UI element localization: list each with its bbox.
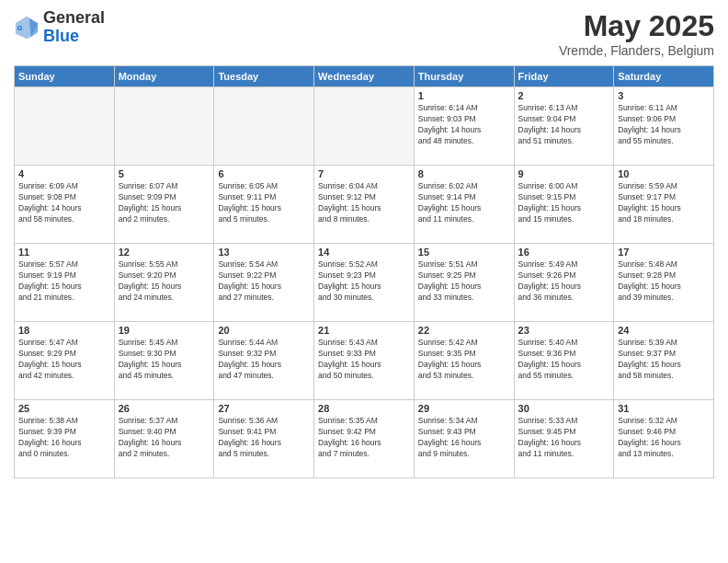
day-number: 9	[518, 168, 610, 179]
day-number: 28	[318, 403, 410, 414]
calendar-cell: 9Sunrise: 6:00 AM Sunset: 9:15 PM Daylig…	[514, 166, 614, 244]
day-info: Sunrise: 5:33 AM Sunset: 9:45 PM Dayligh…	[518, 416, 610, 460]
calendar: SundayMondayTuesdayWednesdayThursdayFrid…	[14, 65, 714, 478]
day-info: Sunrise: 6:05 AM Sunset: 9:11 PM Dayligh…	[218, 181, 310, 225]
logo-general: General	[43, 8, 105, 27]
day-number: 25	[18, 403, 110, 414]
day-number: 8	[418, 168, 510, 179]
calendar-cell: 11Sunrise: 5:57 AM Sunset: 9:19 PM Dayli…	[15, 244, 115, 322]
month-title: May 2025	[559, 9, 714, 43]
day-number: 11	[18, 247, 110, 258]
weekday-header-thursday: Thursday	[414, 66, 514, 87]
calendar-cell: 21Sunrise: 5:43 AM Sunset: 9:33 PM Dayli…	[314, 322, 415, 400]
day-info: Sunrise: 6:11 AM Sunset: 9:06 PM Dayligh…	[618, 103, 710, 147]
day-info: Sunrise: 5:36 AM Sunset: 9:41 PM Dayligh…	[218, 416, 310, 460]
day-info: Sunrise: 6:07 AM Sunset: 9:09 PM Dayligh…	[119, 181, 210, 225]
calendar-cell: 25Sunrise: 5:38 AM Sunset: 9:39 PM Dayli…	[15, 400, 115, 478]
calendar-cell: 4Sunrise: 6:09 AM Sunset: 9:08 PM Daylig…	[15, 166, 115, 244]
weekday-header-saturday: Saturday	[614, 66, 714, 87]
day-info: Sunrise: 6:00 AM Sunset: 9:15 PM Dayligh…	[518, 181, 610, 225]
week-row-5: 25Sunrise: 5:38 AM Sunset: 9:39 PM Dayli…	[15, 400, 714, 478]
week-row-3: 11Sunrise: 5:57 AM Sunset: 9:19 PM Dayli…	[15, 244, 714, 322]
calendar-cell: 10Sunrise: 5:59 AM Sunset: 9:17 PM Dayli…	[614, 166, 714, 244]
day-info: Sunrise: 5:38 AM Sunset: 9:39 PM Dayligh…	[18, 416, 110, 460]
week-row-1: 1Sunrise: 6:14 AM Sunset: 9:03 PM Daylig…	[15, 87, 714, 166]
calendar-cell: 8Sunrise: 6:02 AM Sunset: 9:14 PM Daylig…	[414, 166, 514, 244]
title-block: May 2025 Vremde, Flanders, Belgium	[559, 9, 714, 58]
day-number: 16	[518, 247, 610, 258]
calendar-cell: 15Sunrise: 5:51 AM Sunset: 9:25 PM Dayli…	[414, 244, 514, 322]
calendar-cell: 30Sunrise: 5:33 AM Sunset: 9:45 PM Dayli…	[514, 400, 614, 478]
day-info: Sunrise: 5:59 AM Sunset: 9:17 PM Dayligh…	[618, 181, 710, 225]
calendar-cell	[15, 87, 115, 166]
calendar-cell: 20Sunrise: 5:44 AM Sunset: 9:32 PM Dayli…	[214, 322, 314, 400]
day-number: 18	[18, 325, 110, 336]
calendar-cell: 29Sunrise: 5:34 AM Sunset: 9:43 PM Dayli…	[414, 400, 514, 478]
calendar-cell	[214, 87, 314, 166]
weekday-header-sunday: Sunday	[15, 66, 115, 87]
day-number: 21	[318, 325, 410, 336]
day-info: Sunrise: 5:42 AM Sunset: 9:35 PM Dayligh…	[418, 338, 510, 382]
weekday-header-row: SundayMondayTuesdayWednesdayThursdayFrid…	[15, 66, 714, 87]
calendar-cell: 23Sunrise: 5:40 AM Sunset: 9:36 PM Dayli…	[514, 322, 614, 400]
day-info: Sunrise: 6:02 AM Sunset: 9:14 PM Dayligh…	[418, 181, 510, 225]
day-number: 19	[119, 325, 210, 336]
day-info: Sunrise: 5:34 AM Sunset: 9:43 PM Dayligh…	[418, 416, 510, 460]
calendar-cell: 2Sunrise: 6:13 AM Sunset: 9:04 PM Daylig…	[514, 87, 614, 166]
day-info: Sunrise: 6:14 AM Sunset: 9:03 PM Dayligh…	[418, 103, 510, 147]
calendar-cell: 22Sunrise: 5:42 AM Sunset: 9:35 PM Dayli…	[414, 322, 514, 400]
day-number: 5	[119, 168, 210, 179]
day-info: Sunrise: 5:47 AM Sunset: 9:29 PM Dayligh…	[18, 338, 110, 382]
day-number: 17	[618, 247, 710, 258]
logo-text-block: General Blue	[43, 9, 105, 46]
calendar-cell: 6Sunrise: 6:05 AM Sunset: 9:11 PM Daylig…	[214, 166, 314, 244]
day-info: Sunrise: 5:45 AM Sunset: 9:30 PM Dayligh…	[119, 338, 210, 382]
page: G General Blue May 2025 Vremde, Flanders…	[0, 0, 728, 563]
weekday-header-friday: Friday	[514, 66, 614, 87]
calendar-cell: 14Sunrise: 5:52 AM Sunset: 9:23 PM Dayli…	[314, 244, 415, 322]
logo-text: General Blue	[43, 9, 105, 46]
day-info: Sunrise: 5:49 AM Sunset: 9:26 PM Dayligh…	[518, 259, 610, 304]
calendar-cell: 19Sunrise: 5:45 AM Sunset: 9:30 PM Dayli…	[114, 322, 214, 400]
weekday-header-monday: Monday	[114, 66, 214, 87]
day-number: 14	[318, 247, 410, 258]
weekday-header-wednesday: Wednesday	[314, 66, 415, 87]
day-number: 29	[418, 403, 510, 414]
day-number: 12	[119, 247, 210, 258]
week-row-4: 18Sunrise: 5:47 AM Sunset: 9:29 PM Dayli…	[15, 322, 714, 400]
day-info: Sunrise: 6:13 AM Sunset: 9:04 PM Dayligh…	[518, 103, 610, 147]
calendar-cell: 5Sunrise: 6:07 AM Sunset: 9:09 PM Daylig…	[114, 166, 214, 244]
day-info: Sunrise: 5:43 AM Sunset: 9:33 PM Dayligh…	[318, 338, 410, 382]
calendar-cell	[114, 87, 214, 166]
day-number: 1	[418, 90, 510, 101]
day-number: 6	[218, 168, 310, 179]
day-info: Sunrise: 6:04 AM Sunset: 9:12 PM Dayligh…	[318, 181, 410, 225]
day-info: Sunrise: 5:57 AM Sunset: 9:19 PM Dayligh…	[18, 259, 110, 304]
day-number: 10	[618, 168, 710, 179]
day-info: Sunrise: 5:54 AM Sunset: 9:22 PM Dayligh…	[218, 259, 310, 304]
calendar-cell: 16Sunrise: 5:49 AM Sunset: 9:26 PM Dayli…	[514, 244, 614, 322]
day-info: Sunrise: 5:51 AM Sunset: 9:25 PM Dayligh…	[418, 259, 510, 304]
day-number: 20	[218, 325, 310, 336]
logo: G General Blue	[14, 9, 105, 46]
day-number: 24	[618, 325, 710, 336]
day-number: 30	[518, 403, 610, 414]
calendar-cell: 24Sunrise: 5:39 AM Sunset: 9:37 PM Dayli…	[614, 322, 714, 400]
calendar-cell: 27Sunrise: 5:36 AM Sunset: 9:41 PM Dayli…	[214, 400, 314, 478]
week-row-2: 4Sunrise: 6:09 AM Sunset: 9:08 PM Daylig…	[15, 166, 714, 244]
day-number: 27	[218, 403, 310, 414]
calendar-cell: 26Sunrise: 5:37 AM Sunset: 9:40 PM Dayli…	[114, 400, 214, 478]
weekday-header-tuesday: Tuesday	[214, 66, 314, 87]
day-info: Sunrise: 6:09 AM Sunset: 9:08 PM Dayligh…	[18, 181, 110, 225]
day-number: 23	[518, 325, 610, 336]
logo-icon: G	[14, 15, 40, 40]
svg-text:G: G	[17, 24, 23, 32]
day-info: Sunrise: 5:40 AM Sunset: 9:36 PM Dayligh…	[518, 338, 610, 382]
day-number: 7	[318, 168, 410, 179]
day-number: 4	[18, 168, 110, 179]
calendar-cell: 18Sunrise: 5:47 AM Sunset: 9:29 PM Dayli…	[15, 322, 115, 400]
calendar-cell: 17Sunrise: 5:48 AM Sunset: 9:28 PM Dayli…	[614, 244, 714, 322]
day-number: 2	[518, 90, 610, 101]
logo-blue: Blue	[43, 27, 79, 45]
calendar-cell: 31Sunrise: 5:32 AM Sunset: 9:46 PM Dayli…	[614, 400, 714, 478]
